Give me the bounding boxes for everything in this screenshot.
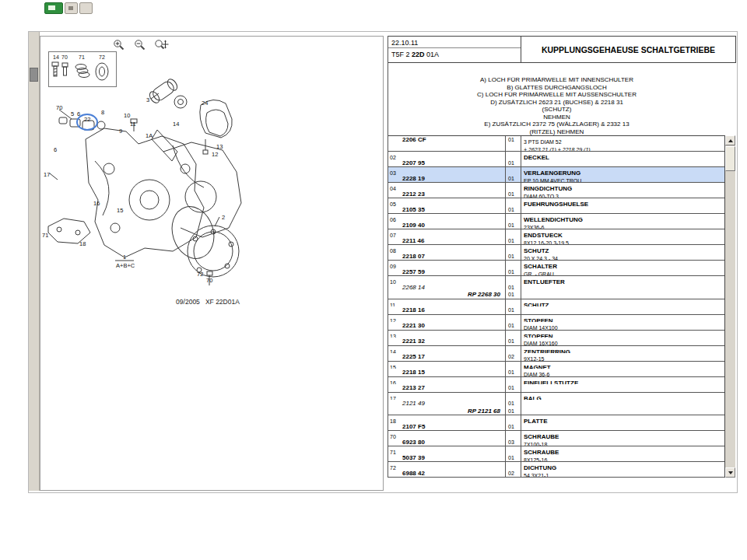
row-qty [505,377,521,385]
diagram-callout[interactable]: 22 [84,116,90,123]
page-code: T5F 2 22D 01A [388,48,521,58]
diagram-callout[interactable]: 3 [146,96,149,103]
diagram-callout[interactable]: A+B+C [116,262,135,269]
part-number: RP 2121 68 [388,408,505,415]
part-number: 6988 42 [388,470,505,478]
diagram-callout[interactable]: 18 [79,240,86,247]
diagram-svg: 705622810119324141A13126171615271181A+B+… [40,52,383,363]
table-row[interactable]: 10ENTLUEFTER2268 1401RP 2268 3001 [388,276,724,299]
diagram-callout[interactable]: 6 [77,110,80,117]
strip-handle-button[interactable] [30,68,38,82]
app-green-button[interactable] [44,2,63,14]
page-code-main: 22D [412,51,425,58]
diagram-callout[interactable]: 10 [124,112,130,119]
diagram-callout[interactable]: 11 [130,121,136,128]
row-subtext: EP 10 MM AVEC TROU [524,178,581,183]
table-row[interactable]: 02DECKEL2207 9501 [388,152,724,167]
table-row[interactable]: 70SCHRAUBE6923 80037X100-18 [388,431,724,446]
row-qty [505,198,521,206]
row-qty: 01 [505,384,521,392]
row-subtext: DIAM 36-6 [524,372,549,376]
row-qty [505,462,521,470]
part-number: 2228 19 [388,175,505,183]
row-qty [505,261,521,268]
diagram-callout[interactable]: 24 [202,100,208,107]
diagram-callout[interactable]: 12 [212,151,218,158]
scroll-up-button[interactable] [725,135,735,145]
table-row[interactable]: 12STOPFEN2221 3001DIAM 14X100 [388,315,724,331]
part-number: 2221 32 [388,338,505,345]
table-row[interactable]: 09SCHALTER2257 5901GR. - GRAU [388,261,724,276]
diagram-callout[interactable]: 70 [56,104,62,111]
table-row[interactable]: 08SCHUTZ2218 070120 X 24,3 - 34 [388,245,724,261]
row-qty: 02 [505,470,521,478]
zoom-in-icon [113,39,126,51]
table-row[interactable]: 17BALG2121 4901RP 2121 6801 [388,393,724,416]
note-line: B) GLATTES DURCHGANGSLOCH [388,84,725,92]
pan-button[interactable] [154,38,169,51]
table-row[interactable]: 16EINFUELLSTUTZE2213 2701 [388,377,724,393]
row-qty: 01 [505,408,521,415]
row-qty: 01 [505,136,521,144]
diagram-callout[interactable]: 9 [119,128,122,135]
diagram-callout[interactable]: 8 [101,109,104,116]
zoom-out-button[interactable] [133,38,148,51]
table-row[interactable]: 04RINGDICHTUNG2212 2301DIAM 60-TO 3 [388,183,724,198]
zoom-in-button[interactable] [112,38,127,51]
scrollbar-thumb[interactable] [725,146,735,171]
table-row[interactable]: 15MAGNET2218 1501DIAM 36-6 [388,362,724,377]
diagram-callout[interactable]: 16 [93,200,100,207]
diagram-callout[interactable]: 70 [206,277,212,284]
table-row[interactable]: 18PLATTE2107 F501 [388,415,724,431]
table-row[interactable]: 72DICHTUNG6988 420254,3X21-1 [388,462,724,478]
app-button-2[interactable] [65,2,78,14]
app-toolbar [44,2,93,13]
part-number: 2107 F5 [388,423,505,431]
diagram-callout[interactable]: 15 [117,207,123,214]
table-row[interactable]: 71SCHRAUBE5037 39018X125-16 [388,446,724,462]
page-code-prefix: T5F 2 [391,51,412,58]
table-scrollbar[interactable] [725,135,735,478]
part-number: 2105 35 [388,206,505,214]
page-title: KUPPLUNGSGEHAEUSE SCHALTGETRIEBE [521,37,735,62]
app-button-3[interactable] [79,2,93,14]
table-row[interactable]: 14ZENTRIERRING2225 17029X12-15 [388,346,724,362]
table-header: 22.10.11 T5F 2 22D 01A KUPPLUNGSGEHAEUSE… [388,36,736,63]
part-number: 2218 16 [388,306,505,314]
diagram-callout[interactable]: 17 [44,171,50,178]
diagram-callout[interactable]: 1A [146,132,153,139]
diagram-callout[interactable]: 72 [197,271,203,278]
diagram-callout[interactable]: 2 [222,214,225,221]
row-qty [505,214,521,222]
row-qty [505,245,521,253]
part-number: 2121 49 [388,400,505,408]
part-number: 2218 15 [388,369,505,376]
row-subtext: 23X36-6 [524,225,544,229]
zoom-toolbar [112,38,169,51]
pan-icon [154,39,169,51]
diagram-callout[interactable]: 5 [71,110,74,117]
row-qty: 01 [505,423,521,431]
diagram-callout[interactable]: 1 [123,254,126,261]
diagram-callout[interactable]: 6 [54,146,57,153]
note-line: E) ZUSÄTZLICH 2372 75 (WÄLZLAGER) & 2332… [388,121,725,128]
diagram-callout[interactable]: 13 [216,143,223,150]
table-row[interactable]: 03VERLAENGERUNG2228 1901EP 10 MM AVEC TR… [388,167,724,183]
scroll-down-button[interactable] [725,467,735,478]
notes: A) LOCH FÜR PRIMÄRWELLE MIT INNENSCHULTE… [388,65,725,135]
row-qty: 01 [505,454,521,462]
table-row[interactable]: 2206 CF013 PTS DIAM 52+ 2623 21 (1) + 22… [388,136,724,152]
table-row[interactable]: 11SCHUTZ2218 1601 [388,299,724,315]
table-row[interactable]: 06WELLENDICHTUNG2109 400123X36-6 [388,214,724,229]
row-qty: 01 [505,291,521,299]
table-row[interactable]: 05FUEHRUNGSHUELSE2105 3501 [388,198,724,214]
row-qty: 01 [505,400,521,408]
diagram-callout[interactable]: 71 [42,232,48,239]
table-row[interactable]: 07ENDSTUECK2211 46018X12,16-20,3-19,5 [388,229,724,245]
note-line: (RITZEL) NEHMEN [388,128,725,136]
diagram-callout[interactable]: 14 [173,121,179,128]
diagram-line-art [48,78,241,285]
row-qty [505,346,521,354]
part-number: 6923 80 [388,439,505,446]
table-row[interactable]: 13STOPFEN2221 3201DIAM 16X160 [388,331,724,346]
